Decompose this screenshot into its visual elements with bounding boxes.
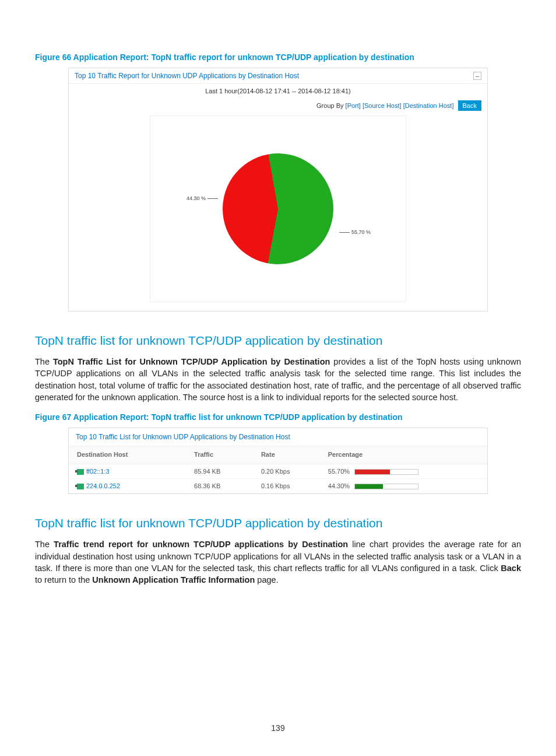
th-dest-host[interactable]: Destination Host bbox=[69, 446, 186, 464]
cell-traffic: 85.94 KB bbox=[186, 464, 253, 479]
pie-chart-area: 44.30 % 55.70 % bbox=[150, 116, 406, 302]
pie-label-green: 55.70 % bbox=[339, 229, 371, 235]
section2-paragraph: The Traffic trend report for unknown TCP… bbox=[35, 538, 521, 586]
section2-heading: TopN traffic list for unknown TCP/UDP ap… bbox=[35, 516, 521, 530]
group-by-dest-link[interactable]: [Destination Host] bbox=[403, 102, 454, 109]
percentage-bar bbox=[354, 484, 418, 489]
table-row: 224.0.0.25268.36 KB0.16 Kbps44.30% bbox=[69, 479, 487, 494]
figure67-caption: Figure 67 Application Report: TopN traff… bbox=[35, 412, 521, 422]
traffic-table: Destination Host Traffic Rate Percentage… bbox=[69, 446, 487, 494]
cell-percentage: 55.70% bbox=[320, 464, 487, 479]
group-by-label: Group By bbox=[316, 102, 346, 109]
section1-heading: TopN traffic list for unknown TCP/UDP ap… bbox=[35, 334, 521, 348]
pie-label-red: 44.30 % bbox=[186, 195, 218, 201]
section1-paragraph: The TopN Traffic List for Unknown TCP/UD… bbox=[35, 356, 521, 403]
group-by-source-link[interactable]: [Source Host] bbox=[363, 102, 402, 109]
fig67-panel: Top 10 Traffic List for Unknown UDP Appl… bbox=[68, 428, 488, 494]
cell-rate: 0.20 Kbps bbox=[253, 464, 320, 479]
collapse-icon[interactable]: – bbox=[473, 72, 481, 80]
fig67-panel-title: Top 10 Traffic List for Unknown UDP Appl… bbox=[69, 428, 487, 446]
cell-rate: 0.16 Kbps bbox=[253, 479, 320, 494]
table-header-row: Destination Host Traffic Rate Percentage bbox=[69, 446, 487, 464]
host-link[interactable]: 224.0.0.252 bbox=[86, 482, 120, 489]
table-row: ff02::1:385.94 KB0.20 Kbps55.70% bbox=[69, 464, 487, 479]
th-rate[interactable]: Rate bbox=[253, 446, 320, 464]
th-traffic[interactable]: Traffic bbox=[186, 446, 253, 464]
fig66-panel: Top 10 Traffic Report for Unknown UDP Ap… bbox=[68, 68, 488, 312]
host-link[interactable]: ff02::1:3 bbox=[86, 468, 110, 475]
fig66-panel-title: Top 10 Traffic Report for Unknown UDP Ap… bbox=[75, 72, 299, 80]
percentage-bar bbox=[354, 469, 418, 475]
figure66-caption: Figure 66 Application Report: TopN traff… bbox=[35, 52, 521, 62]
host-icon bbox=[77, 484, 84, 489]
back-button[interactable]: Back bbox=[458, 100, 481, 111]
fig66-timerange: Last 1 hour(2014-08-12 17:41 -- 2014-08-… bbox=[69, 84, 487, 98]
fig66-titlebar: Top 10 Traffic Report for Unknown UDP Ap… bbox=[69, 68, 487, 84]
th-percentage[interactable]: Percentage bbox=[320, 446, 487, 464]
page-number: 139 bbox=[0, 723, 556, 733]
host-icon bbox=[77, 469, 84, 475]
group-by-port-link[interactable]: [Port] bbox=[346, 102, 361, 109]
cell-traffic: 68.36 KB bbox=[186, 479, 253, 494]
cell-percentage: 44.30% bbox=[320, 479, 487, 494]
group-by-bar: Group By [Port] [Source Host] [Destinati… bbox=[69, 98, 487, 116]
pie-chart bbox=[214, 145, 342, 273]
